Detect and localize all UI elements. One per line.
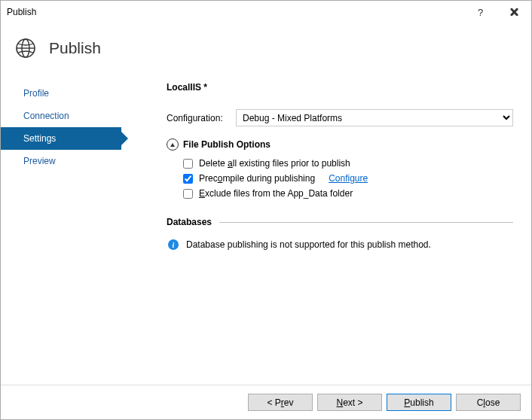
- header-title: Publish: [49, 39, 101, 57]
- close-dialog-button[interactable]: Close: [456, 394, 521, 411]
- file-publish-options-header[interactable]: File Publish Options: [167, 138, 513, 151]
- sidebar-item-connection[interactable]: Connection: [1, 105, 121, 127]
- header: Publish: [1, 23, 531, 73]
- globe-icon: [14, 37, 37, 59]
- precompile-checkbox[interactable]: [183, 174, 193, 184]
- help-button[interactable]: ?: [463, 1, 497, 23]
- publish-button[interactable]: Publish: [387, 394, 451, 411]
- prev-button[interactable]: < Prev: [248, 394, 313, 411]
- chevron-up-icon: [167, 138, 179, 151]
- footer: < Prev Next > Publish Close: [1, 385, 531, 419]
- databases-info-text: Database publishing is not supported for…: [186, 239, 431, 250]
- file-publish-options-title: File Publish Options: [183, 139, 271, 150]
- profile-name: LocalIIS *: [167, 82, 513, 93]
- delete-existing-checkbox[interactable]: [183, 159, 193, 169]
- exclude-appdata-label[interactable]: Exclude files from the App_Data folder: [199, 188, 353, 199]
- window-title: Publish: [7, 7, 463, 17]
- next-button[interactable]: Next >: [317, 394, 382, 411]
- exclude-appdata-checkbox[interactable]: [183, 189, 193, 199]
- main-panel: LocalIIS * Configuration: Debug - Mixed …: [121, 73, 531, 367]
- sidebar-item-preview[interactable]: Preview: [1, 150, 121, 172]
- configuration-label: Configuration:: [167, 113, 228, 123]
- delete-existing-label[interactable]: Delete all existing files prior to publi…: [199, 158, 350, 169]
- info-icon: i: [168, 239, 179, 250]
- close-button[interactable]: 🗙: [497, 1, 531, 23]
- databases-title: Databases: [167, 217, 212, 227]
- precompile-label[interactable]: Precompile during publishing: [199, 173, 315, 184]
- sidebar: Profile Connection Settings Preview: [1, 73, 121, 367]
- sidebar-item-profile[interactable]: Profile: [1, 82, 121, 105]
- sidebar-item-settings[interactable]: Settings: [1, 127, 121, 150]
- configuration-select[interactable]: Debug - Mixed Platforms: [236, 109, 513, 126]
- configure-link[interactable]: Configure: [329, 173, 368, 184]
- divider: [219, 222, 513, 223]
- titlebar: Publish ? 🗙: [1, 1, 531, 23]
